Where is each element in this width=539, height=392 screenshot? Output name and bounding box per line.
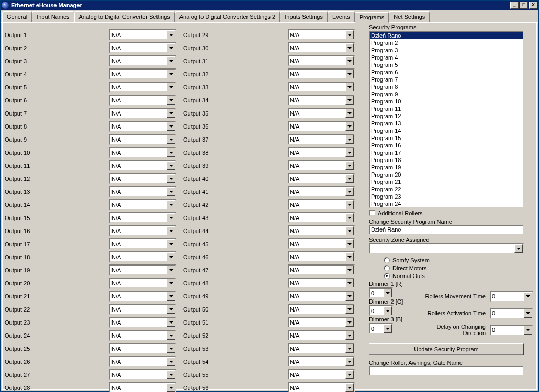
chevron-down-icon[interactable] — [345, 305, 354, 314]
tab-net-settings[interactable]: Net Settings — [389, 11, 430, 22]
chevron-down-icon[interactable] — [167, 370, 175, 379]
chevron-down-icon[interactable] — [384, 289, 392, 297]
output-combo[interactable]: N/A — [109, 160, 176, 171]
output-combo[interactable]: N/A — [109, 108, 176, 119]
chevron-down-icon[interactable] — [167, 318, 175, 327]
chevron-down-icon[interactable] — [167, 305, 175, 314]
program-list-item[interactable]: Program 12 — [370, 112, 523, 120]
chevron-down-icon[interactable] — [167, 109, 175, 118]
change-roller-name-input[interactable] — [369, 366, 524, 376]
chevron-down-icon[interactable] — [345, 135, 354, 144]
program-list-item[interactable]: Program 6 — [370, 68, 523, 76]
chevron-down-icon[interactable] — [345, 266, 354, 274]
output-combo[interactable]: N/A — [109, 382, 176, 392]
output-combo[interactable]: N/A — [109, 55, 176, 66]
output-combo[interactable]: N/A — [109, 29, 176, 40]
radio-normal[interactable] — [384, 273, 390, 279]
chevron-down-icon[interactable] — [345, 239, 354, 248]
tab-input-names[interactable]: Input Names — [32, 11, 74, 22]
output-combo[interactable]: N/A — [288, 108, 355, 119]
chevron-down-icon[interactable] — [345, 213, 354, 222]
output-combo[interactable]: N/A — [109, 82, 176, 93]
chevron-down-icon[interactable] — [167, 344, 175, 353]
output-combo[interactable]: N/A — [288, 68, 355, 79]
chevron-down-icon[interactable] — [384, 306, 392, 315]
program-list-item[interactable]: Program 14 — [370, 127, 523, 134]
output-combo[interactable]: N/A — [109, 225, 176, 236]
output-combo[interactable]: N/A — [288, 42, 355, 53]
chevron-down-icon[interactable] — [345, 370, 354, 379]
tab-general[interactable]: General — [2, 11, 32, 22]
output-combo[interactable]: N/A — [288, 291, 355, 302]
program-list-item[interactable]: Program 18 — [370, 156, 523, 164]
program-list-item[interactable]: Program 22 — [370, 186, 523, 193]
output-combo[interactable]: N/A — [109, 238, 176, 249]
output-combo[interactable]: N/A — [288, 382, 355, 392]
output-combo[interactable]: N/A — [109, 317, 176, 328]
maximize-button[interactable]: □ — [520, 2, 528, 9]
tab-inputs-settings[interactable]: Inputs Settings — [280, 11, 328, 22]
param-combo[interactable]: 0 — [490, 291, 533, 302]
chevron-down-icon[interactable] — [345, 109, 354, 118]
output-combo[interactable]: N/A — [288, 278, 355, 289]
output-combo[interactable]: N/A — [109, 369, 176, 380]
output-combo[interactable]: N/A — [288, 251, 355, 262]
chevron-down-icon[interactable] — [167, 331, 175, 340]
chevron-down-icon[interactable] — [345, 252, 354, 261]
chevron-down-icon[interactable] — [167, 96, 175, 105]
program-list-item[interactable]: Program 3 — [370, 47, 523, 54]
output-combo[interactable]: N/A — [288, 134, 355, 145]
tab-analog-to-digital-converter-settings[interactable]: Analog to Digital Converter Settings — [74, 11, 175, 22]
output-combo[interactable]: N/A — [109, 278, 176, 289]
chevron-down-icon[interactable] — [345, 292, 354, 301]
chevron-down-icon[interactable] — [345, 357, 354, 366]
minimize-button[interactable]: _ — [510, 2, 519, 9]
chevron-down-icon[interactable] — [345, 383, 354, 392]
program-list-item[interactable]: Program 5 — [370, 61, 523, 68]
program-list-item[interactable]: Program 7 — [370, 76, 523, 83]
security-programs-listbox[interactable]: Dzień RanoProgram 2Program 3Program 4Pro… — [369, 31, 524, 209]
chevron-down-icon[interactable] — [167, 252, 175, 261]
output-combo[interactable]: N/A — [288, 121, 355, 132]
program-list-item[interactable]: Program 9 — [370, 90, 523, 98]
chevron-down-icon[interactable] — [345, 96, 354, 105]
output-combo[interactable]: N/A — [288, 317, 355, 328]
output-combo[interactable]: N/A — [288, 264, 355, 275]
output-combo[interactable]: N/A — [288, 160, 355, 171]
chevron-down-icon[interactable] — [345, 318, 354, 327]
program-list-item[interactable]: Program 2 — [370, 39, 523, 47]
output-combo[interactable]: N/A — [288, 343, 355, 354]
dimmer-combo[interactable]: 0 — [369, 305, 393, 316]
chevron-down-icon[interactable] — [345, 30, 354, 39]
chevron-down-icon[interactable] — [345, 331, 354, 340]
chevron-down-icon[interactable] — [524, 326, 532, 335]
chevron-down-icon[interactable] — [167, 30, 175, 39]
output-combo[interactable]: N/A — [109, 251, 176, 262]
program-list-item[interactable]: Program 10 — [370, 98, 523, 105]
param-combo[interactable]: 0 — [490, 325, 533, 336]
output-combo[interactable]: N/A — [288, 199, 355, 210]
output-combo[interactable]: N/A — [109, 42, 176, 53]
output-combo[interactable]: N/A — [288, 55, 355, 66]
program-list-item[interactable]: Program 16 — [370, 142, 523, 149]
output-combo[interactable]: N/A — [109, 147, 176, 158]
additional-rollers-checkbox[interactable] — [369, 210, 376, 216]
chevron-down-icon[interactable] — [167, 148, 175, 157]
chevron-down-icon[interactable] — [167, 279, 175, 287]
chevron-down-icon[interactable] — [167, 56, 175, 65]
chevron-down-icon[interactable] — [524, 309, 532, 318]
output-combo[interactable]: N/A — [109, 95, 176, 106]
program-list-item[interactable]: Program 23 — [370, 193, 523, 200]
chevron-down-icon[interactable] — [345, 70, 354, 78]
output-combo[interactable]: N/A — [288, 369, 355, 380]
chevron-down-icon[interactable] — [345, 344, 354, 353]
chevron-down-icon[interactable] — [345, 226, 354, 235]
output-combo[interactable]: N/A — [288, 212, 355, 223]
program-list-item[interactable]: Program 4 — [370, 54, 523, 61]
chevron-down-icon[interactable] — [345, 122, 354, 131]
output-combo[interactable]: N/A — [288, 29, 355, 40]
chevron-down-icon[interactable] — [514, 244, 523, 253]
security-zone-combo[interactable] — [369, 243, 524, 254]
output-combo[interactable]: N/A — [109, 343, 176, 354]
output-combo[interactable]: N/A — [288, 147, 355, 158]
